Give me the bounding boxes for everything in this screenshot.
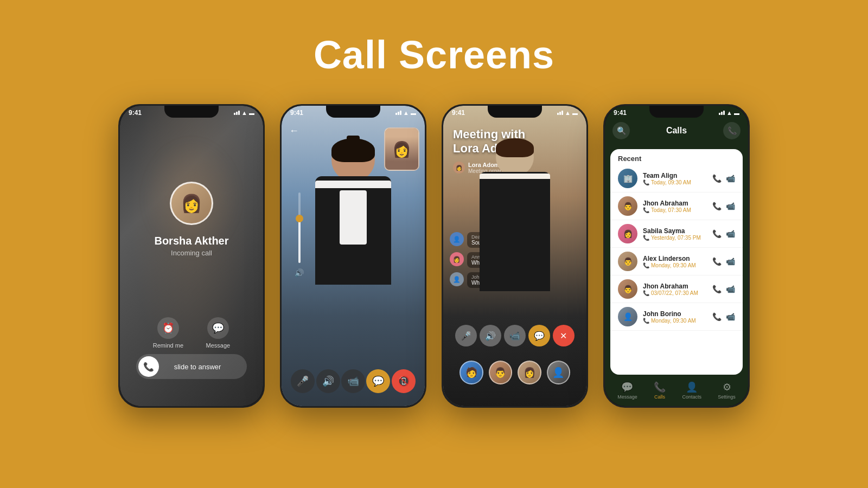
caller-avatar: 👩 <box>170 182 213 225</box>
meeting-video-button[interactable]: 📹 <box>504 325 526 346</box>
nav-message[interactable]: 💬 Message <box>617 381 637 400</box>
msg1-avatar: 👤 <box>450 232 464 246</box>
phone-incoming-call: 9:41 ▲ ▬ 👩 Borsha Akther Incoming call <box>118 104 265 408</box>
audio-call-icon-1[interactable]: 📞 <box>712 174 722 183</box>
video-button[interactable]: 📹 <box>341 369 365 393</box>
meeting-speaker-button[interactable]: 🔊 <box>480 325 501 346</box>
message-nav-icon: 💬 <box>621 381 633 393</box>
contact-time-3: 📞 Yesterday, 07:35 PM <box>643 235 707 241</box>
caller-status: Incoming call <box>120 249 263 257</box>
call-item[interactable]: 👩 Sabila Sayma 📞 Yesterday, 07:35 PM 📞 📹 <box>610 220 743 248</box>
contact-avatar-2: 👨 <box>618 196 637 216</box>
signal-bars-4 <box>719 111 725 115</box>
wifi-icon-2: ▲ <box>403 110 409 116</box>
msg2-avatar: 👩 <box>450 252 464 266</box>
speaker-button[interactable]: 🔊 <box>316 369 340 393</box>
contact-info-3: Sabila Sayma 📞 Yesterday, 07:35 PM <box>643 227 707 241</box>
status-time-4: 9:41 <box>614 109 627 117</box>
call-action-btns-4: 📞 📹 <box>712 257 735 266</box>
status-bar-4: 9:41 ▲ ▬ <box>614 109 739 117</box>
nav-settings[interactable]: ⚙ Settings <box>718 381 736 400</box>
video-call-icon-5[interactable]: 📹 <box>726 285 735 293</box>
participant-1: 🧑 <box>459 361 483 384</box>
contact-name-6: John Borino <box>643 310 707 318</box>
participant-3: 👩 <box>518 361 541 384</box>
nav-contacts[interactable]: 👤 Contacts <box>682 381 701 400</box>
call-action-btns-1: 📞 📹 <box>712 174 735 183</box>
video-call-actions: 🎤 🔊 📹 💬 📵 <box>282 369 425 393</box>
slide-to-answer[interactable]: 📞 slide to answer <box>136 354 247 379</box>
call-item[interactable]: 👨 Jhon Abraham 📞 Today, 07:30 AM 📞 📹 <box>610 192 743 220</box>
chat-button[interactable]: 💬 <box>366 369 390 393</box>
search-button[interactable]: 🔍 <box>612 122 630 139</box>
contact-time-6: 📞 Monday, 09:30 AM <box>643 318 707 324</box>
meeting-end-button[interactable]: ✕ <box>553 325 575 346</box>
meeting-mic-button[interactable]: 🎤 <box>455 325 477 346</box>
audio-call-icon-2[interactable]: 📞 <box>712 202 722 210</box>
header-title: Calls <box>666 126 687 136</box>
wifi-icon-4: ▲ <box>726 110 732 116</box>
call-log-list: Recent 🏢 Team Align 📞 Today, 09:30 AM <box>610 149 743 375</box>
contact-time-5: 📞 03/07/22, 07:30 AM <box>643 290 707 296</box>
phone-video-call: 9:41 ▲ ▬ <box>280 104 426 408</box>
thumbnail-person: 👩 <box>385 129 418 170</box>
remind-label: Remind me <box>153 342 183 349</box>
audio-call-icon-4[interactable]: 📞 <box>712 257 722 266</box>
status-bar-2: 9:41 ▲ ▬ <box>290 109 416 117</box>
wifi-icon-1: ▲ <box>241 110 247 116</box>
contact-avatar-1: 🏢 <box>618 169 637 188</box>
message-label: Message <box>206 342 231 349</box>
video-call-icon-1[interactable]: 📹 <box>726 174 735 183</box>
message-button[interactable]: 💬 Message <box>206 317 231 349</box>
nav-calls[interactable]: 📞 Calls <box>654 381 666 400</box>
video-call-icon-3[interactable]: 📹 <box>726 229 735 238</box>
call-item[interactable]: 👤 John Borino 📞 Monday, 09:30 AM 📞 📹 <box>610 303 743 331</box>
call-action-btns-3: 📞 📹 <box>712 229 735 238</box>
call-item[interactable]: 👨 Jhon Abraham 📞 03/07/22, 07:30 AM 📞 📹 <box>610 275 743 303</box>
volume-slider[interactable]: 🔊 <box>295 192 304 277</box>
status-icons-2: ▲ ▬ <box>395 110 416 116</box>
signal-bars-1 <box>234 111 240 115</box>
phones-container: 9:41 ▲ ▬ 👩 Borsha Akther Incoming call <box>118 104 750 408</box>
status-icons-1: ▲ ▬ <box>234 110 254 116</box>
battery-icon-1: ▬ <box>249 110 254 116</box>
contact-time-1: 📞 Today, 09:30 AM <box>643 179 707 185</box>
phone-meeting: 9:41 ▲ ▬ M <box>442 104 588 408</box>
quick-actions-row: ⏰ Remind me 💬 Message <box>120 317 263 349</box>
phone-call-log: 9:41 ▲ ▬ 🔍 Calls 📞 Recent <box>603 104 750 408</box>
status-bar-3: 9:41 ▲ ▬ <box>452 109 578 117</box>
slider-track <box>298 192 301 263</box>
battery-icon-3: ▬ <box>572 110 578 116</box>
meeting-chat-button[interactable]: 💬 <box>528 325 550 346</box>
video-call-icon-4[interactable]: 📹 <box>726 257 735 266</box>
contact-name-2: Jhon Abraham <box>643 200 707 207</box>
back-arrow[interactable]: ← <box>289 125 299 137</box>
contact-info-4: Alex Linderson 📞 Monday, 09:30 AM <box>643 255 707 268</box>
call-item[interactable]: 🏢 Team Align 📞 Today, 09:30 AM 📞 📹 <box>610 165 743 192</box>
end-call-button[interactable]: 📵 <box>392 369 416 393</box>
recent-label: Recent <box>610 149 743 165</box>
slider-thumb[interactable] <box>296 215 303 222</box>
call-action-btns-6: 📞 📹 <box>712 312 735 321</box>
remind-icon: ⏰ <box>157 317 179 339</box>
contact-info-1: Team Align 📞 Today, 09:30 AM <box>643 172 707 185</box>
audio-call-icon-5[interactable]: 📞 <box>712 285 722 293</box>
page-title: Call Screens <box>314 33 554 77</box>
status-time-3: 9:41 <box>452 109 465 117</box>
mute-button[interactable]: 🎤 <box>291 369 315 393</box>
video-call-icon-2[interactable]: 📹 <box>726 202 735 210</box>
battery-icon-4: ▬ <box>734 110 739 116</box>
audio-call-icon-6[interactable]: 📞 <box>712 312 722 321</box>
video-call-icon-6[interactable]: 📹 <box>726 312 735 321</box>
contact-name-4: Alex Linderson <box>643 255 707 262</box>
contact-avatar-5: 👨 <box>618 279 637 299</box>
remind-me-button[interactable]: ⏰ Remind me <box>153 317 183 349</box>
contact-info-5: Jhon Abraham 📞 03/07/22, 07:30 AM <box>643 282 707 296</box>
call-item[interactable]: 👨 Alex Linderson 📞 Monday, 09:30 AM 📞 📹 <box>610 248 743 275</box>
calls-nav-icon: 📞 <box>654 381 666 393</box>
slide-phone-icon: 📞 <box>138 356 159 377</box>
audio-call-icon-3[interactable]: 📞 <box>712 229 722 238</box>
new-call-button[interactable]: 📞 <box>723 122 741 139</box>
contact-name-1: Team Align <box>643 172 707 179</box>
contacts-nav-icon: 👤 <box>686 381 698 393</box>
